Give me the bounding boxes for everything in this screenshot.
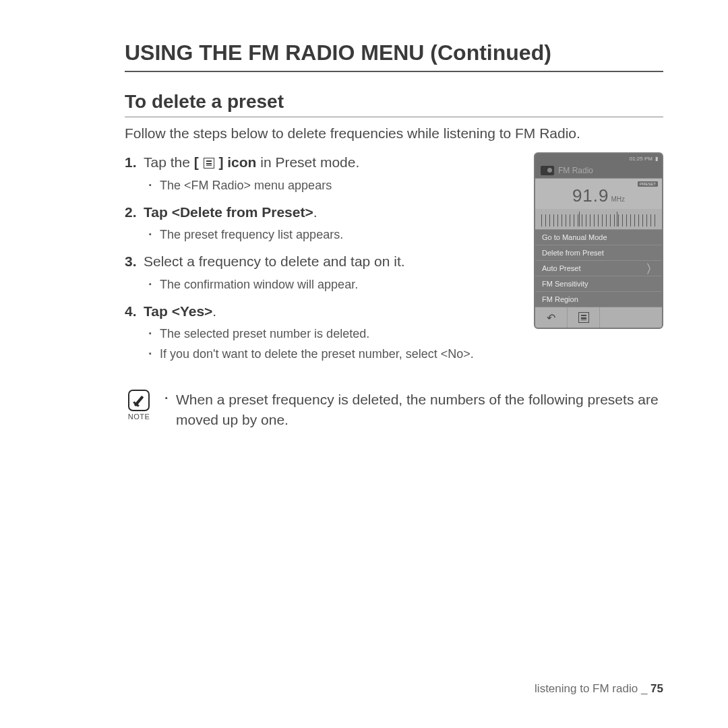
step-4: Tap <Yes>. The selected preset number is…: [125, 301, 516, 363]
device-menu-item[interactable]: Auto Preset: [535, 261, 662, 276]
battery-icon: ▮: [655, 156, 658, 162]
status-time: 01:25 PM: [630, 156, 653, 162]
note-text: When a preset frequency is deleted, the …: [165, 390, 663, 429]
step-text: Tap the: [144, 154, 194, 170]
frequency-value: 91.9: [572, 185, 609, 206]
section-heading: To delete a preset: [125, 91, 663, 117]
step-sub: The preset frequency list appears.: [149, 226, 516, 243]
device-menu: Go to Manual Mode Delete from Preset Aut…: [535, 229, 662, 307]
radio-icon: [541, 166, 554, 175]
content-row: Tap the [ ] icon in Preset mode. The <FM…: [125, 152, 663, 371]
step-sub-list: The <FM Radio> menu appears: [149, 177, 516, 194]
step-list: Tap the [ ] icon in Preset mode. The <FM…: [125, 152, 516, 363]
step-1: Tap the [ ] icon in Preset mode. The <FM…: [125, 152, 516, 193]
menu-icon: [578, 312, 589, 323]
note-icon: [128, 390, 150, 411]
device-title-bar: FM Radio: [535, 163, 662, 179]
device-status-bar: 01:25 PM ▮: [535, 154, 662, 163]
page-heading: USING THE FM RADIO MENU (Continued): [125, 40, 663, 72]
step-suffix: .: [313, 204, 317, 220]
menu-icon: [204, 158, 214, 169]
device-menu-item[interactable]: FM Sensitivity: [535, 276, 662, 292]
device-frequency-area: PRESET 91.9MHz: [535, 179, 662, 209]
step-sub: The <FM Radio> menu appears: [149, 177, 516, 194]
step-sub-list: The confirmation window will appear.: [149, 276, 516, 293]
step-sub-list: The selected preset number is deleted. I…: [149, 325, 516, 363]
dial-ticks: [541, 214, 655, 226]
device-menu-item[interactable]: Delete from Preset: [535, 245, 662, 261]
step-suffix: .: [212, 303, 216, 319]
page-number: 75: [650, 682, 663, 695]
device-dial: [535, 209, 662, 229]
preset-badge: PRESET: [638, 181, 658, 187]
step-sub-list: The preset frequency list appears.: [149, 226, 516, 243]
frequency-unit: MHz: [611, 195, 626, 203]
step-sub: If you don't want to delete the preset n…: [149, 345, 516, 363]
step-sub: The confirmation window will appear.: [149, 276, 516, 293]
step-3: Select a frequency to delete and tap on …: [125, 251, 516, 293]
step-bold: Tap <Delete from Preset>: [144, 204, 313, 220]
step-bold: Tap <Yes>: [144, 303, 212, 319]
step-sub: The selected preset number is deleted.: [149, 325, 516, 342]
device-menu-item[interactable]: FM Region: [535, 292, 662, 307]
step-text: Select a frequency to delete and tap on …: [144, 253, 405, 269]
note-block: NOTE When a preset frequency is deleted,…: [125, 390, 663, 429]
device-bottom-bar: ↶: [535, 307, 662, 328]
step-suffix: in Preset mode.: [256, 154, 359, 170]
device-illustration: 01:25 PM ▮ FM Radio PRESET 91.9MHz Go to…: [534, 152, 663, 329]
note-icon-wrap: NOTE: [125, 390, 153, 421]
step-bold: [ ] icon: [194, 154, 257, 170]
footer-text: listening to FM radio _: [535, 682, 647, 695]
page-footer: listening to FM radio _ 75: [535, 682, 663, 696]
steps-column: Tap the [ ] icon in Preset mode. The <FM…: [125, 152, 516, 371]
step-2: Tap <Delete from Preset>. The preset fre…: [125, 202, 516, 243]
intro-text: Follow the steps below to delete frequen…: [125, 124, 663, 143]
chevron-right-icon[interactable]: 〉: [646, 261, 658, 277]
device-title: FM Radio: [558, 166, 593, 175]
back-button[interactable]: ↶: [535, 307, 568, 328]
menu-button[interactable]: [568, 307, 600, 328]
device-menu-item[interactable]: Go to Manual Mode: [535, 230, 662, 245]
note-label: NOTE: [125, 413, 153, 421]
